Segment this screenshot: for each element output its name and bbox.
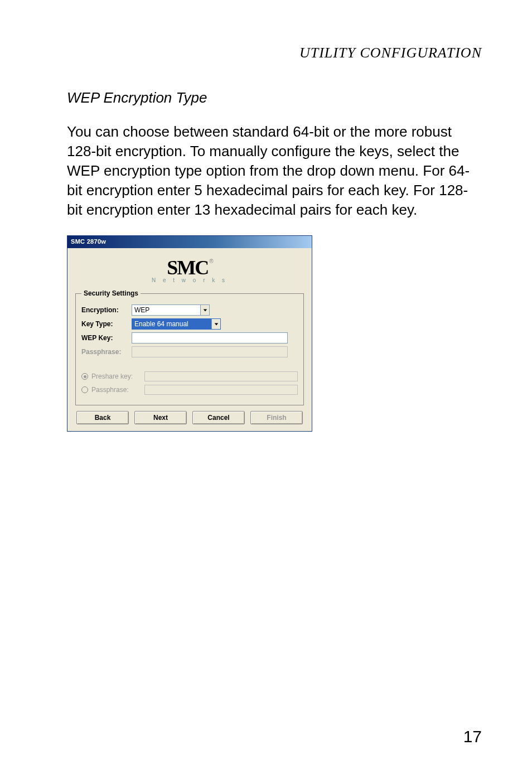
- back-button[interactable]: Back: [76, 411, 129, 424]
- logo: SMC® N e t w o r k s: [75, 256, 304, 284]
- key-type-select[interactable]: Enable 64 manual: [132, 318, 221, 330]
- passphrase-top-input: [132, 346, 288, 357]
- key-type-select-value: Enable 64 manual: [134, 320, 188, 328]
- running-header-text: UTILITY CONFIGURATION: [299, 45, 482, 61]
- label-passphrase-radio: Passphrase:: [91, 386, 144, 394]
- encryption-select-value: WEP: [134, 306, 149, 314]
- preshare-key-input: [144, 371, 298, 381]
- running-header: UTILITY CONFIGURATION: [67, 45, 482, 61]
- dropdown-caret-icon[interactable]: [200, 305, 209, 315]
- section-title: WEP Encryption Type: [67, 89, 482, 107]
- body-paragraph: You can choose between standard 64-bit o…: [67, 122, 482, 220]
- row-passphrase-top: Passphrase:: [81, 346, 298, 357]
- dialog-window: SMC 2870w SMC® N e t w o r k s Security …: [67, 235, 312, 432]
- encryption-select[interactable]: WEP: [132, 304, 210, 316]
- next-button[interactable]: Next: [134, 411, 187, 424]
- fieldset-legend: Security Settings: [81, 289, 141, 297]
- row-key-type: Key Type: Enable 64 manual: [81, 318, 298, 330]
- row-wep-key: WEP Key:: [81, 332, 298, 344]
- security-settings-fieldset: Security Settings Encryption: WEP Key Ty…: [75, 289, 304, 405]
- row-preshare-radio: Preshare key:: [81, 371, 298, 381]
- label-encryption: Encryption:: [81, 306, 132, 314]
- label-key-type: Key Type:: [81, 320, 132, 328]
- dialog-title-bar: SMC 2870w: [67, 236, 312, 248]
- label-passphrase-top: Passphrase:: [81, 348, 132, 356]
- logo-reg: ®: [209, 258, 213, 264]
- cancel-button[interactable]: Cancel: [192, 411, 245, 424]
- label-preshare-radio: Preshare key:: [91, 373, 144, 380]
- page-number: 17: [463, 727, 482, 746]
- svg-marker-1: [214, 323, 217, 326]
- row-encryption: Encryption: WEP: [81, 304, 298, 316]
- svg-marker-0: [203, 309, 206, 312]
- wep-key-input[interactable]: [132, 332, 288, 344]
- dropdown-caret-icon[interactable]: [211, 319, 220, 329]
- dialog-body: SMC® N e t w o r k s Security Settings E…: [67, 248, 312, 431]
- passphrase-radio-input: [144, 385, 298, 395]
- preshare-radio: [81, 373, 88, 380]
- label-wep-key: WEP Key:: [81, 334, 132, 342]
- page: UTILITY CONFIGURATION WEP Encryption Typ…: [0, 0, 532, 774]
- finish-button: Finish: [250, 411, 303, 424]
- passphrase-radio: [81, 386, 88, 393]
- button-row: Back Next Cancel Finish: [75, 411, 304, 424]
- logo-brand: SMC: [167, 256, 208, 279]
- row-passphrase-radio: Passphrase:: [81, 385, 298, 395]
